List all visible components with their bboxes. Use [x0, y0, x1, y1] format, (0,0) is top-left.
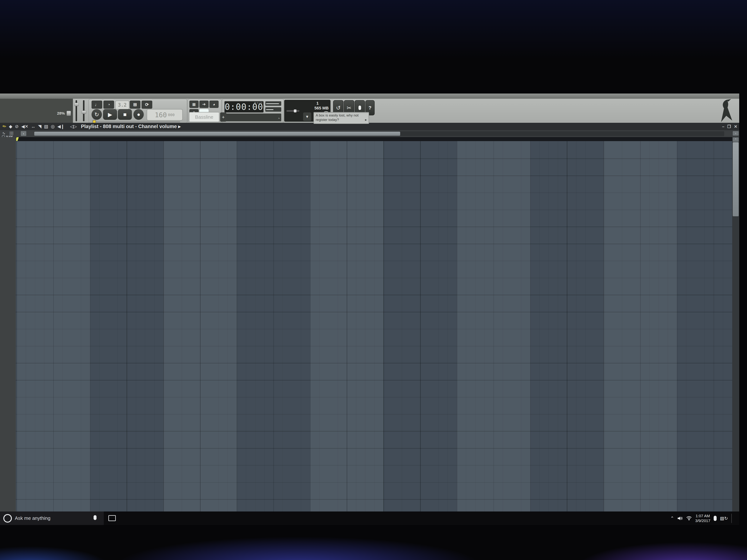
- search-placeholder: Ask me anything: [15, 515, 50, 521]
- arrow-icon[interactable]: ➔: [199, 101, 209, 108]
- scroll-right-button[interactable]: ›: [733, 131, 739, 136]
- buffer-handle[interactable]: [294, 109, 297, 112]
- time-display[interactable]: 0:00:00 M:S:CS: [224, 101, 264, 113]
- fl-toolbar: 28% ♩ ◔ 3.2 ⊞ ⟳ ↻ ▶ ■ ● 160000 ▦: [0, 99, 739, 123]
- clock-icon: ◔: [278, 116, 280, 121]
- delete-tool-icon[interactable]: ⊘: [15, 124, 19, 129]
- playlist-titlebar[interactable]: ✎ ◆ ⊘ ◀✕ ↔ ◥ ▧ ◎ ◀❙ ◁▷ Playlist - 808 mu…: [0, 123, 739, 130]
- pattern-name-field[interactable]: Bassline: [189, 112, 220, 122]
- master-volume-slider[interactable]: [76, 100, 77, 121]
- slip-tool-icon[interactable]: ↔: [31, 124, 35, 129]
- scroll-left-button[interactable]: ‹: [21, 131, 26, 136]
- record-button[interactable]: ●: [133, 109, 144, 120]
- shuffle-slider[interactable]: [93, 121, 180, 123]
- metronome-icon[interactable]: ♩: [92, 101, 102, 109]
- cortana-icon: [3, 514, 12, 523]
- show-desktop-strip[interactable]: [731, 514, 732, 523]
- pitch-slider-handle[interactable]: [82, 111, 86, 114]
- mute-tool-icon[interactable]: ◀✕: [21, 124, 28, 129]
- playlist-title: Playlist - 808 multi out - Channel volum…: [81, 124, 181, 129]
- cpu-meter-icon: [67, 111, 71, 116]
- restore-icon[interactable]: ❐: [727, 124, 731, 129]
- monitor-screen: 28% ♩ ◔ 3.2 ⊞ ⟳ ↻ ▶ ■ ● 160000 ▦: [0, 94, 739, 525]
- memory-value: 565 MB: [314, 106, 329, 111]
- hawk-silhouette: [710, 99, 738, 123]
- vertical-scroll-thumb[interactable]: [733, 142, 739, 216]
- select-tool-icon[interactable]: ▧: [44, 124, 48, 129]
- taskbar-mic-icon[interactable]: [94, 515, 97, 520]
- hint-box: A box is easily lost, why not register t…: [313, 112, 369, 124]
- draw-tool-icon[interactable]: ✎: [1, 123, 7, 130]
- hint-line2: register today?: [316, 117, 339, 122]
- tempo-display[interactable]: 160000: [147, 109, 183, 121]
- wait-for-input-icon[interactable]: ◔: [103, 101, 114, 109]
- system-tray: ⌃ 1:07 AM 3/9/2017 ▧↻: [670, 511, 732, 525]
- scroll-up-button[interactable]: ⌃: [733, 137, 739, 142]
- vertical-scrollbar[interactable]: ⌃: [732, 137, 739, 511]
- zoom-tool-icon[interactable]: ◎: [51, 124, 55, 129]
- tray-mic-icon[interactable]: [714, 516, 717, 521]
- repeat-button[interactable]: ↻: [92, 109, 102, 120]
- sync-icon[interactable]: ▧↻: [720, 516, 728, 521]
- menu-block: 28%: [0, 99, 73, 123]
- countdown-display[interactable]: 3.2: [115, 101, 129, 109]
- hint-line1: A box is easily lost, why not: [316, 113, 367, 117]
- volume-slider-handle[interactable]: [74, 103, 79, 106]
- desk-glow: [0, 526, 747, 560]
- time-panel: 0:00:00 M:S:CS ◔: [222, 99, 284, 123]
- hint-arrow[interactable]: ▸: [365, 117, 367, 122]
- clock-time: 1:07 AM: [695, 513, 710, 518]
- add-pattern-button[interactable]: +: [220, 112, 226, 122]
- song-progress-bar[interactable]: ◔: [224, 113, 281, 121]
- hidden-icons-chevron[interactable]: ⌃: [670, 516, 674, 521]
- time-unit-label: M:S:CS: [254, 102, 262, 104]
- microphone-icon: [359, 106, 361, 110]
- horizontal-scroll-thumb[interactable]: [34, 132, 400, 136]
- playlist-minirow: ∿ ||| ‹ ›: [0, 130, 739, 137]
- main-volume-bar[interactable]: [265, 101, 281, 106]
- task-view-icon[interactable]: [108, 515, 116, 521]
- close-icon[interactable]: ✕: [734, 124, 737, 129]
- speaker-icon[interactable]: [677, 516, 683, 521]
- clock-date: 3/9/2017: [695, 518, 710, 523]
- buffer-slider[interactable]: [286, 110, 300, 112]
- grip-icon: |||: [10, 131, 14, 135]
- menu-bar: [0, 99, 73, 101]
- paint-tool-icon[interactable]: ◆: [9, 124, 12, 129]
- knob-icon[interactable]: ◕: [209, 101, 218, 108]
- wifi-icon[interactable]: [686, 516, 692, 521]
- cpu-usage: 28%: [57, 111, 71, 116]
- stop-button[interactable]: ■: [118, 109, 132, 120]
- typing-keyboard-icon[interactable]: ▦: [189, 101, 199, 108]
- timeline-ruler[interactable]: [16, 137, 732, 141]
- room-ambient-top: [0, 0, 747, 59]
- cortana-search-box[interactable]: Ask me anything: [0, 511, 104, 525]
- minimize-icon[interactable]: –: [722, 124, 724, 129]
- horizontal-scrollbar[interactable]: [34, 131, 724, 136]
- poly-count: 1: [316, 101, 319, 106]
- playback-tool-icon[interactable]: ◀❙: [57, 124, 65, 129]
- playlist-window-buttons: – ❐ ✕: [722, 124, 737, 129]
- play-button[interactable]: ▶: [103, 109, 117, 120]
- tooltip-dropdown-icon[interactable]: ▼: [303, 112, 311, 121]
- playlist-menu-icon[interactable]: ◁▷: [70, 124, 77, 129]
- pattern-name-group: Bassline +: [189, 112, 226, 122]
- cpu-value: 28%: [57, 111, 65, 115]
- magnet-icon[interactable]: ∿: [2, 131, 5, 135]
- window-top-strip: [0, 94, 739, 99]
- pitch-fill: [266, 109, 274, 110]
- main-pitch-bar[interactable]: [265, 107, 281, 112]
- tray-clock[interactable]: 1:07 AM 3/9/2017: [695, 513, 710, 523]
- loop-record-add-icon[interactable]: ⊞: [130, 101, 140, 109]
- playlist-grid[interactable]: [16, 141, 732, 511]
- track-header-column: [0, 137, 16, 511]
- slice-tool-icon[interactable]: ◥: [38, 124, 41, 129]
- windows-taskbar: Ask me anything ⌃ 1:07 AM 3/9/2017 ▧↻: [0, 511, 739, 525]
- master-pitch-slider[interactable]: [83, 100, 84, 121]
- volume-fill: [266, 103, 279, 104]
- loop-record-icon[interactable]: ⟳: [141, 101, 152, 109]
- transport-panel: ♩ ◔ 3.2 ⊞ ⟳ ↻ ▶ ■ ● 160000: [88, 99, 187, 123]
